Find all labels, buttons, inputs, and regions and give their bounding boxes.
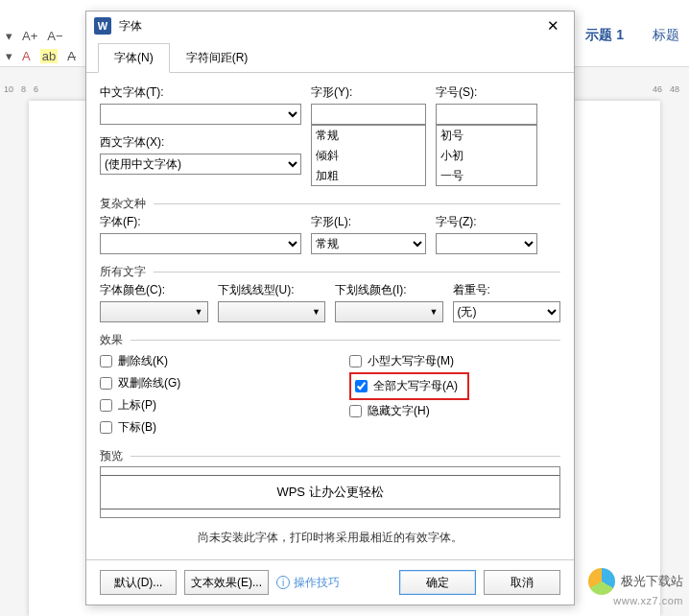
super-label: 上标(P) (118, 397, 156, 414)
ok-button[interactable]: 确定 (399, 570, 476, 595)
font-dialog: W 字体 ✕ 字体(N) 字符间距(R) 中文字体(T): 西文字体(X): (… (85, 11, 575, 605)
size-label: 字号(S): (436, 84, 537, 101)
allcaps-highlight: 全部大写字母(A) (349, 372, 469, 400)
smallcaps-label: 小型大写字母(M) (368, 353, 454, 369)
tips-label: 操作技巧 (294, 575, 340, 591)
chevron-down-icon: ▼ (312, 307, 321, 317)
increase-font-icon[interactable]: A+ (22, 29, 37, 43)
font-color-icon[interactable]: A (22, 49, 31, 63)
list-item[interactable]: 一号 (437, 166, 536, 186)
complex-legend: 复杂文种 (100, 186, 560, 214)
app-icon: W (94, 17, 111, 35)
info-icon: i (276, 576, 290, 589)
list-item[interactable]: 初号 (437, 126, 536, 146)
effects-legend: 效果 (100, 322, 560, 350)
dstrike-label: 双删除线(G) (118, 375, 180, 391)
chevron-down-icon: ▼ (430, 307, 439, 317)
default-button[interactable]: 默认(D)... (100, 570, 177, 595)
dialog-title: 字体 (119, 18, 142, 35)
preview-legend: 预览 (100, 438, 560, 466)
western-font-combo[interactable]: (使用中文字体) (100, 154, 301, 175)
clear-format-icon[interactable]: A̶ (67, 49, 76, 63)
allcaps-checkbox[interactable]: 全部大写字母(A) (355, 375, 458, 397)
chinese-font-label: 中文字体(T): (100, 84, 301, 101)
ruler-right: 4648 (653, 84, 679, 94)
subscript-checkbox[interactable]: 下标(B) (100, 416, 311, 438)
list-item[interactable]: 加粗 (312, 166, 425, 186)
strike-label: 删除线(K) (118, 353, 168, 369)
tab-strip: 字体(N) 字符间距(R) (86, 42, 574, 73)
complex-style-label: 字形(L): (311, 214, 426, 230)
underline-color-label: 下划线颜色(I): (335, 282, 443, 298)
style-gallery[interactable]: 示题 1 标题 (585, 27, 679, 44)
size-listbox[interactable]: 初号 小初 一号 (436, 125, 537, 186)
ruler-left: 1086 (4, 84, 38, 94)
allfonts-legend: 所有文字 (100, 254, 560, 282)
close-button[interactable]: ✕ (539, 17, 566, 35)
list-item[interactable]: 倾斜 (312, 146, 425, 166)
strike-checkbox[interactable]: 删除线(K) (100, 350, 311, 372)
sub-label: 下标(B) (118, 419, 156, 436)
emphasis-label: 着重号: (453, 282, 561, 298)
bg-toolbar-icons: ▾ A+ A− ▾ A ab A̶ (6, 29, 76, 63)
font-color-picker[interactable]: ▼ (100, 301, 208, 322)
preview-hint: 尚未安装此字体，打印时将采用最相近的有效字体。 (100, 518, 560, 550)
preview-sample: WPS 让办公更轻松 (276, 484, 383, 501)
style-input[interactable] (311, 104, 426, 125)
list-item[interactable]: 小初 (437, 146, 536, 166)
font-color-label: 字体颜色(C): (100, 282, 208, 298)
cancel-button[interactable]: 取消 (484, 570, 560, 595)
style-heading-2[interactable]: 标题 (653, 27, 679, 44)
style-heading-1[interactable]: 示题 1 (585, 27, 624, 44)
underline-color-picker[interactable]: ▼ (335, 301, 443, 322)
double-strike-checkbox[interactable]: 双删除线(G) (100, 372, 311, 394)
western-font-label: 西文字体(X): (100, 134, 301, 151)
list-item[interactable]: 常规 (312, 126, 425, 146)
chinese-font-combo[interactable] (100, 104, 301, 125)
allcaps-label: 全部大写字母(A) (373, 378, 458, 394)
decrease-font-icon[interactable]: A− (47, 29, 62, 43)
style-listbox[interactable]: 常规 倾斜 加粗 (311, 125, 426, 186)
complex-size-label: 字号(Z): (436, 214, 537, 230)
size-input[interactable] (436, 104, 537, 125)
tab-spacing[interactable]: 字符间距(R) (170, 43, 265, 73)
hidden-checkbox[interactable]: 隐藏文字(H) (349, 400, 560, 422)
dropdown-caret-icon[interactable]: ▾ (6, 29, 12, 43)
emphasis-combo[interactable]: (无) (453, 301, 561, 322)
complex-size-combo[interactable] (436, 233, 537, 254)
superscript-checkbox[interactable]: 上标(P) (100, 394, 311, 416)
dialog-footer: 默认(D)... 文本效果(E)... i 操作技巧 确定 取消 (86, 559, 574, 604)
dropdown-caret-icon[interactable]: ▾ (6, 49, 12, 63)
chevron-down-icon: ▼ (195, 307, 203, 317)
underline-style-picker[interactable]: ▼ (218, 301, 326, 322)
complex-style-combo[interactable]: 常规 (311, 233, 426, 254)
highlight-icon[interactable]: ab (40, 49, 58, 63)
text-effect-button[interactable]: 文本效果(E)... (184, 570, 269, 595)
style-label: 字形(Y): (311, 84, 426, 101)
smallcaps-checkbox[interactable]: 小型大写字母(M) (349, 350, 560, 372)
tips-link[interactable]: i 操作技巧 (276, 575, 340, 591)
complex-font-label: 字体(F): (100, 214, 301, 230)
hidden-label: 隐藏文字(H) (368, 403, 430, 419)
titlebar: W 字体 ✕ (86, 12, 574, 38)
underline-style-label: 下划线线型(U): (218, 282, 326, 298)
complex-font-combo[interactable] (100, 233, 301, 254)
preview-box: WPS 让办公更轻松 (100, 466, 560, 518)
tab-font[interactable]: 字体(N) (98, 43, 170, 73)
